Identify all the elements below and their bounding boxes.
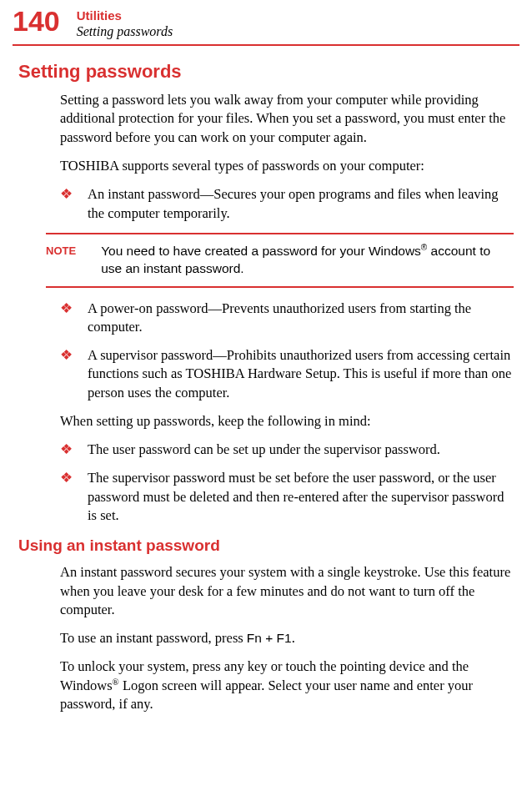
bullet-icon: ❖ (60, 441, 73, 459)
para-intro: Setting a password lets you walk away fr… (60, 91, 514, 147)
page-number: 140 (13, 7, 60, 35)
p6-post: Logon screen will appear. Select your us… (60, 678, 473, 712)
bullet-poweron-password: A power-on password—Prevents unauthorize… (88, 300, 514, 337)
bullet-supervisor-password: A supervisor password—Prohibits unauthor… (88, 346, 514, 402)
bullet-item: ❖ The supervisor password must be set be… (60, 469, 514, 525)
bullet-supervisor-first: The supervisor password must be set befo… (88, 469, 514, 525)
heading-setting-passwords: Setting passwords (18, 61, 514, 83)
bullet-item: ❖ The user password can be set up under … (60, 441, 514, 459)
note-label: NOTE (46, 243, 76, 278)
para-toshiba-supports: TOSHIBA supports several types of passwo… (60, 157, 514, 175)
para-press-keys: To use an instant password, press Fn + F… (60, 629, 514, 647)
note-block: NOTE You need to have created a password… (46, 233, 514, 288)
para-unlock: To unlock your system, press any key or … (60, 657, 514, 713)
para-keep-in-mind: When setting up passwords, keep the foll… (60, 412, 514, 431)
para-instant-intro: An instant password secures your system … (60, 563, 514, 619)
bullet-user-under-supervisor: The user password can be set up under th… (88, 441, 514, 459)
page-content-continued: ❖ A power-on password—Prevents unauthori… (0, 300, 532, 714)
registered-icon: ® (113, 676, 119, 686)
bullet-icon: ❖ (60, 300, 73, 337)
bullet-item: ❖ An instant password—Secures your open … (60, 185, 514, 223)
note-text-pre: You need to have created a password for … (101, 244, 421, 258)
header-chapter: Utilities (77, 8, 173, 23)
bullet-icon: ❖ (60, 346, 73, 402)
bullet-item: ❖ A supervisor password—Prohibits unauth… (60, 346, 514, 402)
key-combo: Fn + F1 (247, 631, 292, 645)
bullet-instant-password: An instant password—Secures your open pr… (88, 185, 514, 223)
bullet-item: ❖ A power-on password—Prevents unauthori… (60, 300, 514, 337)
p5-post: . (292, 630, 295, 646)
bullet-icon: ❖ (60, 469, 73, 525)
bullet-icon: ❖ (60, 185, 73, 223)
page-header: 140 Utilities Setting passwords (13, 0, 519, 46)
header-section: Setting passwords (77, 23, 173, 39)
page-content: Setting passwords Setting a password let… (0, 46, 532, 223)
header-text-block: Utilities Setting passwords (77, 7, 173, 39)
note-text: You need to have created a password for … (101, 243, 514, 278)
heading-using-instant-password: Using an instant password (18, 536, 514, 555)
p5-pre: To use an instant password, press (60, 630, 247, 646)
